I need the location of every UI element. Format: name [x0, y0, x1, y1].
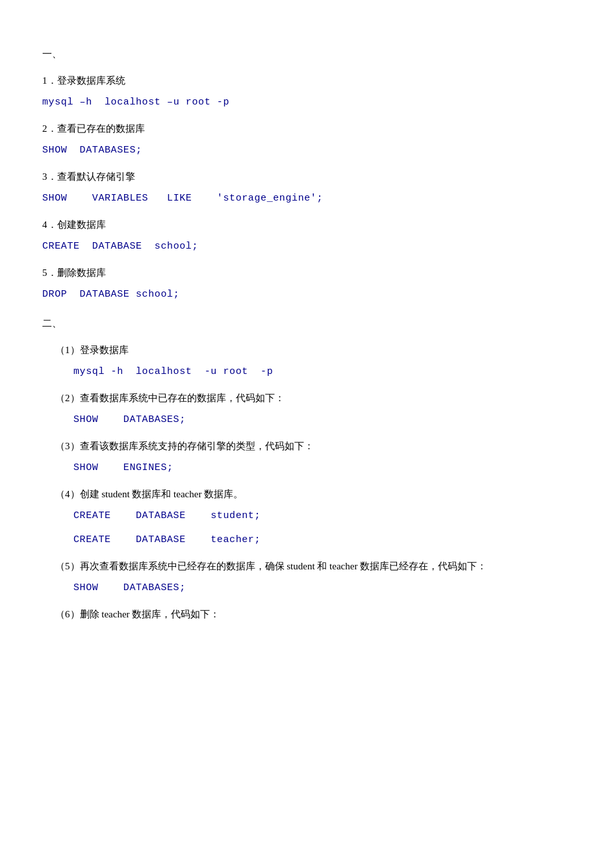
- item-2-code: SHOW DATABASES;: [42, 142, 572, 159]
- item-1-label: 1．登录数据库系统: [42, 72, 572, 90]
- sub-item-5: （5）再次查看数据库系统中已经存在的数据库，确保 student 和 teach…: [55, 558, 572, 597]
- sub-item-6-label: （6）删除 teacher 数据库，代码如下：: [55, 606, 572, 623]
- page-content: 一、 1．登录数据库系统 mysql –h localhost –u root …: [0, 0, 614, 868]
- sub-item-5-label: （5）再次查看数据库系统中已经存在的数据库，确保 student 和 teach…: [55, 558, 572, 575]
- sub-item-3-label: （3）查看该数据库系统支持的存储引擎的类型，代码如下：: [55, 438, 572, 455]
- item-3-label: 3．查看默认存储引擎: [42, 168, 572, 186]
- sub-item-6: （6）删除 teacher 数据库，代码如下：: [55, 606, 572, 623]
- sub-item-1-label: （1）登录数据库: [55, 341, 572, 359]
- item-3-code: SHOW VARIABLES LIKE 'storage_engine';: [42, 190, 572, 207]
- sub-item-4-code-2: CREATE DATABASE teacher;: [73, 531, 572, 549]
- sub-item-2-label: （2）查看数据库系统中已存在的数据库，代码如下：: [55, 390, 572, 407]
- item-5: 5．删除数据库 DROP DATABASE school;: [42, 264, 572, 303]
- section-two-heading: 二、: [42, 315, 572, 332]
- section-two: 二、 （1）登录数据库 mysql -h localhost -u root -…: [42, 315, 572, 623]
- item-2-label: 2．查看已存在的数据库: [42, 120, 572, 138]
- item-1: 1．登录数据库系统 mysql –h localhost –u root -p: [42, 72, 572, 111]
- sub-item-3-code: SHOW ENGINES;: [73, 459, 572, 477]
- item-5-label: 5．删除数据库: [42, 264, 572, 282]
- sub-item-1-code: mysql -h localhost -u root -p: [73, 363, 572, 380]
- sub-item-4: （4）创建 student 数据库和 teacher 数据库。 CREATE D…: [55, 486, 572, 549]
- item-2: 2．查看已存在的数据库 SHOW DATABASES;: [42, 120, 572, 159]
- item-3: 3．查看默认存储引擎 SHOW VARIABLES LIKE 'storage_…: [42, 168, 572, 207]
- sub-item-4-label: （4）创建 student 数据库和 teacher 数据库。: [55, 486, 572, 503]
- sub-item-1: （1）登录数据库 mysql -h localhost -u root -p: [55, 341, 572, 380]
- item-5-code: DROP DATABASE school;: [42, 286, 572, 303]
- sub-item-2-code: SHOW DATABASES;: [73, 411, 572, 428]
- item-4-code: CREATE DATABASE school;: [42, 238, 572, 255]
- section-one-heading: 一、: [42, 45, 572, 63]
- item-1-code: mysql –h localhost –u root -p: [42, 93, 572, 111]
- item-4-label: 4．创建数据库: [42, 216, 572, 234]
- section-one: 一、 1．登录数据库系统 mysql –h localhost –u root …: [42, 45, 572, 303]
- sub-item-2: （2）查看数据库系统中已存在的数据库，代码如下： SHOW DATABASES;: [55, 390, 572, 428]
- sub-item-3: （3）查看该数据库系统支持的存储引擎的类型，代码如下： SHOW ENGINES…: [55, 438, 572, 477]
- item-4: 4．创建数据库 CREATE DATABASE school;: [42, 216, 572, 255]
- sub-item-5-code: SHOW DATABASES;: [73, 579, 572, 597]
- sub-item-4-code-1: CREATE DATABASE student;: [73, 507, 572, 525]
